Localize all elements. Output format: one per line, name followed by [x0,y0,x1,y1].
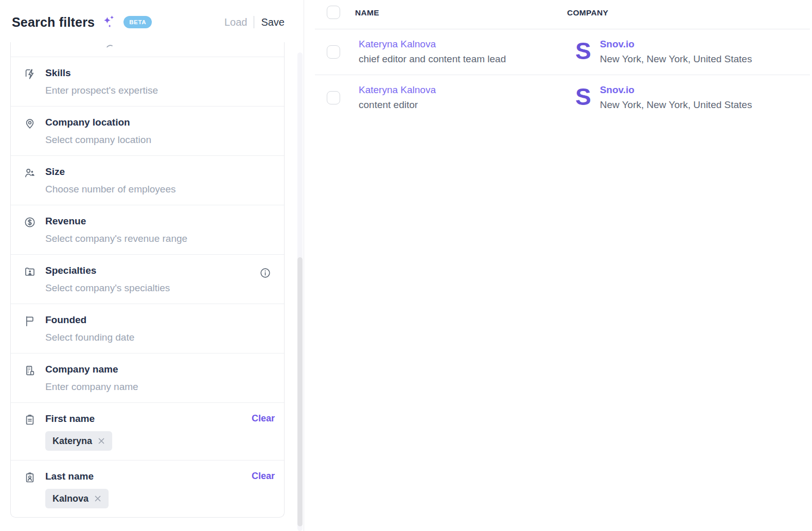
table-header-row: NAME COMPANY [315,0,810,29]
company-cell: S Snov.io New York, New York, United Sta… [575,39,752,65]
skills-icon [24,68,36,80]
filter-subtitle: Enter prospect's expertise [45,85,158,96]
filter-subtitle: Choose number of employees [45,184,175,195]
company-column-header: COMPANY [567,8,608,17]
sparkles-icon [101,14,117,30]
founded-icon [24,315,36,327]
company-icon [24,364,36,377]
specialties-icon [24,266,36,278]
filter-row[interactable]: Company location Select company location [11,106,284,155]
name-column-header: NAME [355,8,379,17]
app-window: Search filters BETA Load Save [0,0,812,531]
filter-title: Size [45,166,65,178]
filter-subtitle: Select company's specialties [45,282,170,294]
filter-row[interactable]: Founded Select founding date [11,304,284,353]
filter-title: Company location [45,117,130,128]
filter-subtitle: Select company's revenue range [45,233,187,244]
clear-button[interactable]: Clear [252,471,275,482]
chip-remove-icon[interactable] [98,437,105,445]
company-location: New York, New York, United States [600,99,752,111]
save-button[interactable]: Save [261,16,285,28]
filter-title: Founded [45,314,86,326]
table-row: Kateryna Kalnova chief editor and conten… [315,29,810,75]
prospect-title: content editor [359,99,436,111]
prospect-title: chief editor and content team lead [359,54,506,65]
filter-subtitle: Select company location [45,134,151,146]
filter-value-chip: Kateryna [45,431,112,451]
filter-title: Specialties [45,265,96,276]
filter-row[interactable]: First name Clear Kateryna [11,402,284,460]
filter-title: Skills [45,67,71,79]
select-all-checkbox[interactable] [327,6,340,19]
size-icon [24,167,36,179]
first-name-icon [24,414,36,426]
row-checkbox[interactable] [327,45,340,59]
table-row: Kateryna Kalnova content editor S Snov.i… [315,75,810,121]
filters-panel-header: Search filters BETA Load Save [12,14,285,30]
filter-subtitle: Enter company name [45,381,138,393]
load-button[interactable]: Load [224,16,248,28]
header-divider [254,16,254,28]
info-icon[interactable] [259,267,271,279]
prospect-name-link[interactable]: Kateryna Kalnova [359,39,436,50]
revenue-icon [24,216,36,228]
chip-label: Kalnova [52,493,89,504]
company-link[interactable]: Snov.io [600,39,634,50]
filter-row[interactable]: Specialties Select company's specialties [11,254,284,304]
page-title: Search filters [12,15,95,30]
company-logo: S [575,86,591,111]
filter-row-partial[interactable] [11,42,284,57]
filter-row[interactable]: Skills Enter prospect's expertise [11,57,284,106]
company-location: New York, New York, United States [600,54,752,65]
filter-title: Company name [45,364,118,375]
company-logo: S [575,40,591,65]
filter-subtitle: Select founding date [45,332,134,343]
company-cell: S Snov.io New York, New York, United Sta… [575,84,752,111]
scrollbar-thumb[interactable] [297,257,303,526]
row-checkbox[interactable] [327,91,340,104]
results-table: NAME COMPANY Kateryna Kalnova chief edit… [315,0,810,121]
name-cell: Kateryna Kalnova content editor [359,84,436,111]
filter-title: First name [45,413,95,424]
clear-button[interactable]: Clear [252,413,275,424]
filters-card: Skills Enter prospect's expertise Compan… [10,42,285,518]
filter-row[interactable]: Size Choose number of employees [11,155,284,205]
company-link[interactable]: Snov.io [600,84,634,96]
scrollbar-track[interactable] [297,52,303,531]
filter-title: Revenue [45,216,86,227]
chip-label: Kateryna [52,436,92,447]
prospect-name-link[interactable]: Kateryna Kalnova [359,84,436,96]
name-cell: Kateryna Kalnova chief editor and conten… [359,39,506,65]
filter-row[interactable]: Last name Clear Kalnova [11,460,284,518]
filter-row[interactable]: Revenue Select company's revenue range [11,205,284,254]
chevron-remnant-icon [107,44,113,48]
filter-title: Last name [45,471,94,482]
filter-row[interactable]: Company name Enter company name [11,353,284,402]
last-name-icon [24,471,36,484]
location-icon [24,117,36,130]
beta-badge: BETA [123,16,152,28]
filter-value-chip: Kalnova [45,489,109,508]
panel-divider [304,0,304,531]
chip-remove-icon[interactable] [94,495,101,502]
